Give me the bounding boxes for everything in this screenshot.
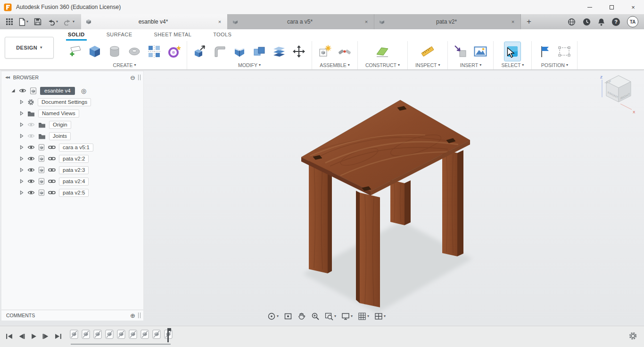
insert-derive-button[interactable] [453, 42, 469, 61]
step-back-button[interactable] [16, 330, 26, 342]
timeline-feature-icon[interactable] [82, 330, 90, 339]
tree-item-label[interactable]: Document Settings [38, 98, 91, 106]
account-avatar[interactable]: TA [627, 16, 638, 27]
capture-position-button[interactable] [537, 42, 553, 61]
collapse-panel-icon[interactable]: ◀◀ [5, 76, 9, 79]
fit-button[interactable]: ▾ [323, 312, 338, 321]
expander-icon[interactable] [19, 122, 24, 127]
timeline-feature-icon[interactable] [129, 330, 137, 339]
expander-icon[interactable] [11, 88, 16, 93]
timeline-track[interactable] [71, 344, 171, 345]
ribbon-tab-sheet-metal[interactable]: SHEET METAL [152, 30, 193, 41]
fillet-button[interactable] [212, 42, 228, 61]
browser-row-origin[interactable]: Origin [1, 119, 143, 130]
shell-button[interactable] [231, 42, 248, 61]
revert-position-button[interactable] [556, 42, 572, 61]
measure-button[interactable] [420, 42, 436, 61]
orbit-button[interactable]: ▾ [265, 312, 281, 321]
workspace-switcher[interactable]: DESIGN ▾ [5, 37, 54, 59]
panel-grip[interactable] [138, 75, 140, 80]
press-pull-button[interactable] [192, 42, 208, 61]
visibility-eye-icon[interactable] [19, 88, 26, 93]
box-button[interactable] [87, 42, 103, 61]
group-dropdown-inspect[interactable]: INSPECT▾ [415, 62, 440, 68]
add-comment-icon[interactable]: ⊕ [130, 313, 135, 319]
zoom-button[interactable] [309, 312, 322, 321]
visibility-eye-icon[interactable] [27, 167, 35, 173]
browser-row-component[interactable]: pata v2:4 [1, 176, 143, 187]
tab-close-button[interactable]: × [363, 18, 370, 25]
tree-item-label[interactable]: pata v2:3 [59, 166, 89, 174]
browser-row-document-settings[interactable]: Document Settings [1, 96, 143, 108]
minimize-button[interactable] [579, 0, 601, 14]
browser-row-component[interactable]: cara a v5:1 [1, 142, 143, 153]
group-dropdown-position[interactable]: POSITION▾ [541, 62, 568, 68]
browser-row-root[interactable]: esanble v4 ◎ [1, 85, 143, 96]
timeline-feature-icon[interactable] [105, 330, 114, 339]
tree-item-label[interactable]: pata v2:4 [59, 178, 89, 186]
expander-icon[interactable] [19, 145, 24, 150]
ribbon-tab-tools[interactable]: TOOLS [211, 30, 233, 41]
browser-row-component[interactable]: pata v2:5 [1, 187, 143, 198]
activate-target-icon[interactable]: ◎ [81, 87, 86, 94]
browser-row-joints[interactable]: Joints [1, 130, 143, 142]
visibility-eye-icon[interactable] [27, 178, 35, 184]
tab-close-button[interactable]: × [509, 18, 517, 25]
expander-icon[interactable] [19, 179, 24, 184]
root-document-label[interactable]: esanble v4 [40, 87, 75, 95]
timeline-feature-icon[interactable] [93, 330, 102, 339]
expander-icon[interactable] [19, 156, 24, 161]
expander-icon[interactable] [19, 134, 24, 138]
coil-button[interactable] [166, 42, 182, 61]
ribbon-tab-solid[interactable]: SOLID [66, 30, 87, 41]
viewports-button[interactable]: ▾ [372, 312, 388, 321]
expander-icon[interactable] [19, 190, 24, 195]
ribbon-tab-surface[interactable]: SURFACE [105, 30, 134, 41]
timeline-settings-button[interactable] [628, 331, 637, 342]
maximize-button[interactable] [601, 0, 622, 14]
timeline-feature-icon[interactable] [117, 330, 125, 339]
browser-row-named-views[interactable]: Named Views [1, 108, 143, 119]
close-button[interactable]: × [622, 0, 644, 14]
tab-close-button[interactable]: × [216, 18, 223, 25]
help-icon[interactable]: ? [612, 18, 620, 26]
job-status-clock-icon[interactable] [583, 18, 591, 26]
timeline-marker[interactable] [166, 328, 171, 342]
insert-image-button[interactable] [472, 42, 488, 61]
visibility-eye-icon[interactable] [27, 144, 35, 150]
timeline-feature-icon[interactable] [152, 330, 161, 339]
web-status-icon[interactable] [568, 18, 576, 26]
file-menu-button[interactable]: ▾ [17, 14, 30, 29]
move-button[interactable] [291, 42, 307, 61]
app-grid-button[interactable] [4, 14, 15, 29]
skip-to-end-button[interactable] [53, 330, 63, 342]
group-dropdown-create[interactable]: CREATE▾ [113, 62, 136, 68]
torus-button[interactable] [126, 42, 142, 61]
timeline-feature-icon[interactable] [140, 330, 149, 339]
play-button[interactable] [28, 330, 39, 342]
tree-item-label[interactable]: Origin [49, 121, 71, 129]
timeline-feature-icon[interactable] [70, 330, 78, 339]
skip-to-start-button[interactable] [4, 330, 14, 342]
notification-bell-icon[interactable] [598, 18, 605, 26]
doc-tab-pata-v2[interactable]: pata v2* × [374, 14, 521, 29]
tree-item-label[interactable]: pata v2:5 [59, 189, 89, 197]
collapse-all-icon[interactable]: ⊖ [130, 75, 135, 81]
visibility-eye-off-icon[interactable] [27, 122, 35, 127]
look-at-button[interactable] [282, 312, 294, 321]
group-dropdown-assemble[interactable]: ASSEMBLE▾ [320, 62, 350, 68]
tree-item-label[interactable]: pata v2:2 [59, 155, 89, 163]
construction-plane-button[interactable] [374, 42, 390, 61]
offset-face-button[interactable] [271, 42, 287, 61]
display-settings-button[interactable]: ▾ [339, 312, 355, 321]
browser-row-component[interactable]: pata v2:3 [1, 164, 143, 176]
expander-icon[interactable] [19, 111, 24, 116]
group-dropdown-construct[interactable]: CONSTRUCT▾ [365, 62, 400, 68]
new-component-button[interactable] [317, 42, 333, 61]
panel-grip[interactable] [138, 313, 140, 318]
save-button[interactable] [32, 14, 43, 29]
revolve-button[interactable] [107, 42, 123, 61]
comments-bar[interactable]: COMMENTS ⊕ [1, 310, 143, 321]
visibility-eye-icon[interactable] [27, 156, 35, 161]
step-forward-button[interactable] [41, 330, 51, 342]
